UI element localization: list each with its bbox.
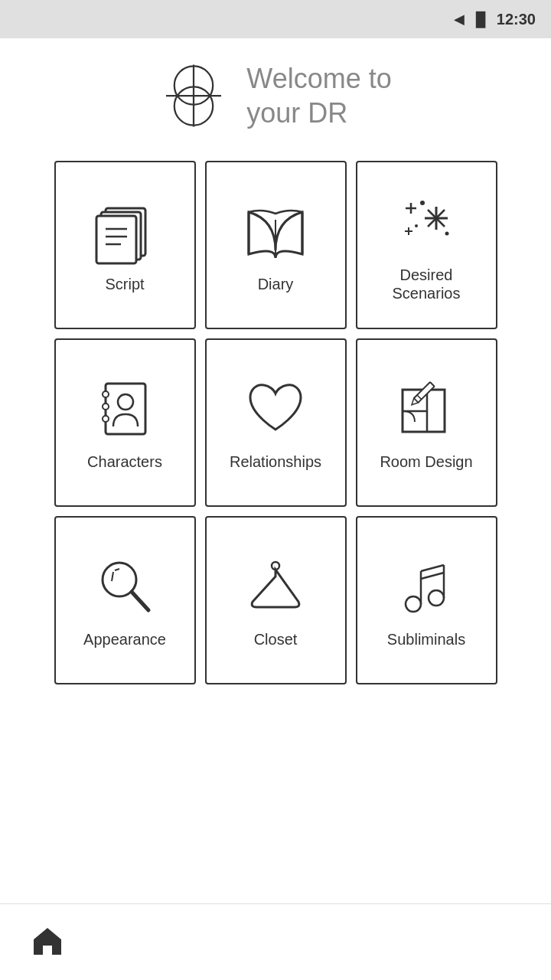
grid-item-closet[interactable]: Closet <box>205 516 347 684</box>
svg-line-43 <box>421 573 444 579</box>
svg-point-38 <box>406 596 421 612</box>
grid-item-desired-scenarios[interactable]: Desired Scenarios <box>356 161 497 329</box>
diary-icon <box>241 197 310 266</box>
closet-icon <box>241 552 310 621</box>
svg-point-19 <box>420 201 425 205</box>
grid-item-characters[interactable]: Characters <box>54 338 196 507</box>
characters-icon <box>90 374 159 443</box>
home-icon <box>31 924 64 958</box>
svg-point-39 <box>429 590 444 606</box>
grid-item-diary[interactable]: Diary <box>205 161 347 329</box>
status-time: 12:30 <box>497 11 536 28</box>
relationships-icon <box>241 374 310 443</box>
appearance-label: Appearance <box>83 630 166 648</box>
battery-icon: ▐▌ <box>471 11 491 28</box>
script-label: Script <box>105 275 144 293</box>
room-design-icon <box>392 374 461 443</box>
diary-label: Diary <box>258 275 294 293</box>
grid-item-relationships[interactable]: Relationships <box>205 338 347 507</box>
main-content: Welcome to your DR Script <box>0 38 551 903</box>
subliminals-icon <box>392 552 461 621</box>
svg-line-34 <box>112 572 113 581</box>
svg-point-25 <box>103 416 109 422</box>
grid-item-script[interactable]: Script <box>54 161 196 329</box>
svg-line-35 <box>115 569 119 570</box>
header: Welcome to your DR <box>159 61 391 130</box>
characters-label: Characters <box>87 452 162 471</box>
appearance-icon <box>90 552 159 621</box>
menu-grid: Script Diary <box>54 161 497 684</box>
status-bar: ◀ ▐▌ 12:30 <box>0 0 551 38</box>
app-logo <box>159 61 228 130</box>
desired-scenarios-label: Desired Scenarios <box>393 266 461 302</box>
relationships-label: Relationships <box>230 452 321 471</box>
grid-item-subliminals[interactable]: Subliminals <box>356 516 497 684</box>
home-button[interactable] <box>31 924 64 961</box>
bottom-nav <box>0 903 551 980</box>
closet-label: Closet <box>254 630 298 648</box>
svg-point-21 <box>415 224 418 227</box>
svg-point-23 <box>103 391 109 397</box>
grid-item-room-design[interactable]: Room Design <box>356 338 497 507</box>
room-design-label: Room Design <box>380 452 472 471</box>
svg-marker-44 <box>34 928 61 955</box>
svg-line-36 <box>132 592 148 610</box>
grid-item-appearance[interactable]: Appearance <box>54 516 196 684</box>
welcome-text: Welcome to your DR <box>246 61 391 130</box>
script-icon <box>90 197 159 266</box>
svg-point-24 <box>103 403 109 410</box>
signal-icon: ◀ <box>454 11 465 28</box>
svg-rect-6 <box>96 216 136 263</box>
svg-point-20 <box>445 232 449 236</box>
desired-scenarios-icon <box>392 188 461 256</box>
svg-line-42 <box>421 565 444 571</box>
subliminals-label: Subliminals <box>387 630 465 648</box>
